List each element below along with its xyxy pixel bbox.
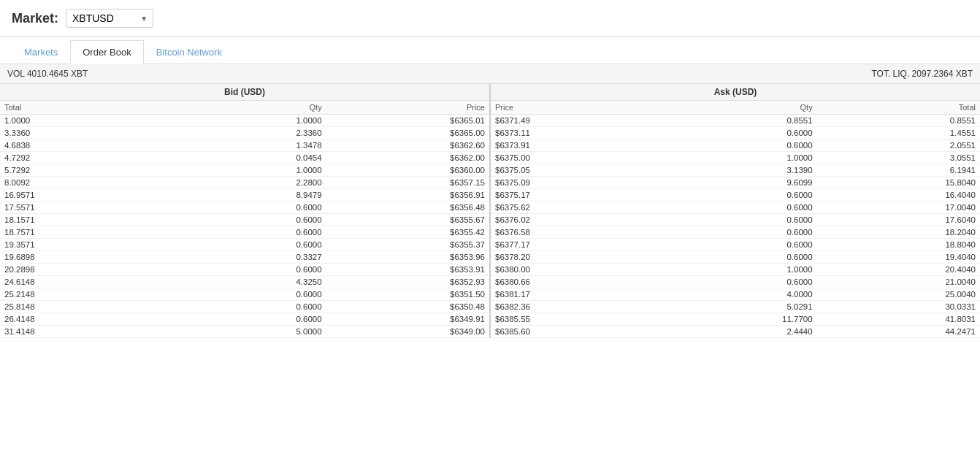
table-row: 8.0092 2.2800 $6357.15 [0,177,489,189]
bid-total: 3.3360 [0,127,163,139]
ask-qty: 5.0291 [654,301,816,313]
ask-total: 19.4040 [817,251,980,263]
ask-total: 25.0040 [817,288,980,300]
ask-price: $6380.66 [491,276,654,288]
bid-total: 18.1571 [0,214,163,226]
market-label: Market: [12,11,58,26]
market-select-wrapper[interactable]: XBTUSD ETHUSD LTCUSD ▼ [66,9,153,28]
bid-price: $6362.00 [326,152,489,164]
ask-qty: 0.6000 [654,139,816,151]
ask-qty: 11.7700 [654,313,816,325]
bid-total: 20.2898 [0,264,163,275]
ask-price: $6376.58 [491,226,654,238]
bid-total: 24.6148 [0,276,163,288]
table-row: $6377.17 0.6000 18.8040 [491,239,980,251]
ask-rows: $6371.49 0.8551 0.8551 $6373.11 0.6000 1… [491,115,980,338]
bid-qty: 2.2800 [163,177,326,188]
ask-price: $6371.49 [491,115,654,126]
ask-total: 30.0331 [817,301,980,313]
bid-price: $6357.15 [326,177,489,188]
ask-total: 15.8040 [817,177,980,188]
bid-total: 5.7292 [0,164,163,176]
bid-col-qty: Qty [163,101,326,114]
table-row: $6373.11 0.6000 1.4551 [491,127,980,139]
table-row: $6380.66 0.6000 21.0040 [491,276,980,288]
table-row: $6382.36 5.0291 30.0331 [491,301,980,313]
ask-qty: 0.6000 [654,189,816,201]
bid-price: $6365.01 [326,115,489,126]
ask-price: $6376.02 [491,214,654,226]
bid-qty: 0.6000 [163,313,326,325]
ask-total: 3.0551 [817,152,980,164]
ask-section: Ask (USD) Price Qty Total $6371.49 0.855… [491,84,980,338]
ask-col-price: Price [491,101,654,114]
ask-price: $6375.17 [491,189,654,201]
ask-qty: 1.0000 [654,264,816,275]
ask-total: 44.2471 [817,326,980,337]
bid-price: $6355.67 [326,214,489,226]
bid-price: $6353.91 [326,264,489,275]
ask-total: 18.2040 [817,226,980,238]
ask-qty: 3.1390 [654,164,816,176]
bid-qty: 0.6000 [163,214,326,226]
bid-price: $6350.48 [326,301,489,313]
ask-price: $6373.91 [491,139,654,151]
table-row: $6375.09 9.6099 15.8040 [491,177,980,189]
tab-markets[interactable]: Markets [12,40,70,64]
ask-qty: 0.6000 [654,276,816,288]
ask-total: 17.0040 [817,202,980,213]
bid-total: 19.3571 [0,239,163,250]
ask-qty: 0.6000 [654,251,816,263]
bid-price: $6352.93 [326,276,489,288]
ask-qty: 9.6099 [654,177,816,188]
table-row: 18.1571 0.6000 $6355.67 [0,214,489,226]
ask-total: 6.1941 [817,164,980,176]
bid-qty: 5.0000 [163,326,326,337]
order-book: Bid (USD) Total Qty Price 1.0000 1.0000 … [0,84,980,338]
bid-price: $6355.37 [326,239,489,250]
bid-total: 25.2148 [0,288,163,300]
bid-total: 4.6838 [0,139,163,151]
bid-qty: 0.3327 [163,251,326,263]
tab-bar: Markets Order Book Bitcoin Network [0,40,980,64]
market-select[interactable]: XBTUSD ETHUSD LTCUSD [66,9,153,28]
table-row: $6371.49 0.8551 0.8551 [491,115,980,127]
bid-price: $6362.60 [326,139,489,151]
ask-total: 2.0551 [817,139,980,151]
ask-qty: 0.6000 [654,226,816,238]
ask-total: 18.8040 [817,239,980,250]
bid-rows: 1.0000 1.0000 $6365.01 3.3360 2.3360 $63… [0,115,489,338]
bid-total: 16.9571 [0,189,163,201]
ask-col-headers: Price Qty Total [491,101,980,115]
bid-price: $6356.91 [326,189,489,201]
bid-section: Bid (USD) Total Qty Price 1.0000 1.0000 … [0,84,491,338]
bid-col-headers: Total Qty Price [0,101,489,115]
bid-qty: 0.6000 [163,226,326,238]
bid-total: 18.7571 [0,226,163,238]
ask-qty: 0.8551 [654,115,816,126]
table-row: $6378.20 0.6000 19.4040 [491,251,980,264]
header: Market: XBTUSD ETHUSD LTCUSD ▼ [0,0,980,37]
ask-qty: 1.0000 [654,152,816,164]
tab-order-book[interactable]: Order Book [70,40,143,64]
ask-qty: 0.6000 [654,127,816,139]
ask-total: 21.0040 [817,276,980,288]
vol-left: VOL 4010.4645 XBT [7,69,88,79]
table-row: 4.6838 1.3478 $6362.60 [0,139,489,152]
vol-right: TOT. LIQ. 2097.2364 XBT [871,69,973,79]
ask-total: 41.8031 [817,313,980,325]
table-row: $6380.00 1.0000 20.4040 [491,264,980,276]
bid-price: $6365.00 [326,127,489,139]
bid-qty: 0.0454 [163,152,326,164]
table-row: 4.7292 0.0454 $6362.00 [0,152,489,164]
table-row: 18.7571 0.6000 $6355.42 [0,226,489,239]
ask-header: Ask (USD) [491,84,980,101]
bid-qty: 0.6000 [163,202,326,213]
ask-price: $6385.60 [491,326,654,337]
ask-price: $6373.11 [491,127,654,139]
table-row: 1.0000 1.0000 $6365.01 [0,115,489,127]
bid-price: $6355.42 [326,226,489,238]
bid-price: $6356.48 [326,202,489,213]
tab-bitcoin-network[interactable]: Bitcoin Network [144,40,234,64]
table-row: 3.3360 2.3360 $6365.00 [0,127,489,139]
